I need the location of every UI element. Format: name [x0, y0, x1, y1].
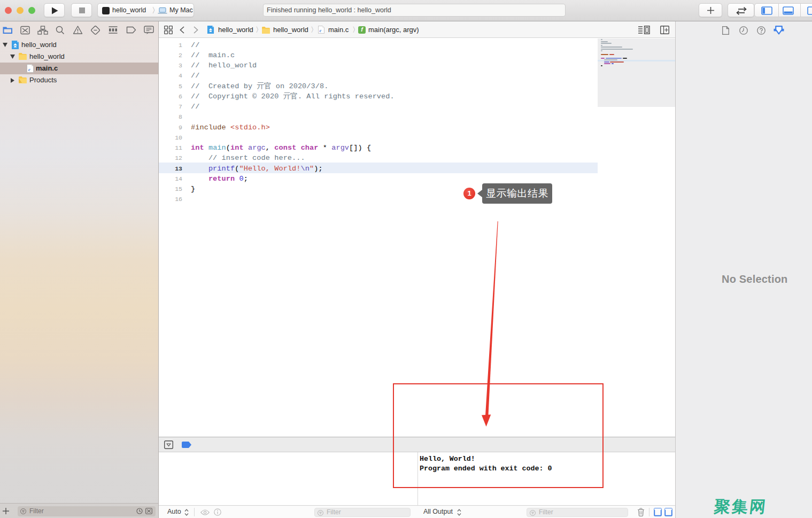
svg-text:c: c	[28, 67, 30, 72]
svg-text:c: c	[320, 28, 322, 33]
